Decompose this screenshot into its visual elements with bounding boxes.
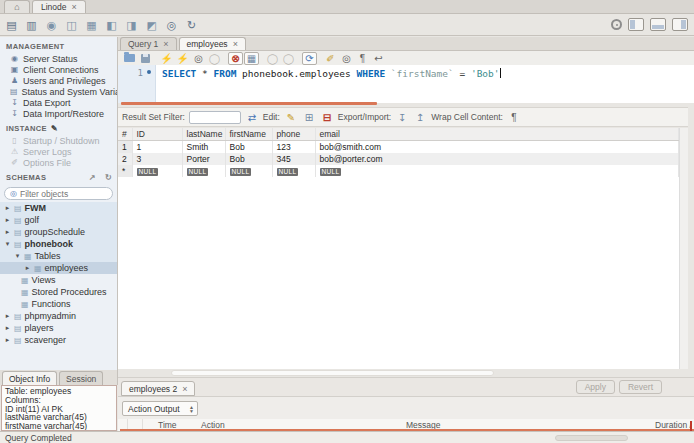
close-icon[interactable]: × [182, 384, 187, 394]
preferences-icon[interactable] [611, 19, 622, 30]
tree-item-stored-procedures[interactable]: ▦ Stored Procedures [0, 286, 117, 298]
delete-row-icon[interactable]: ⊟ [320, 111, 334, 124]
col-header-rownum[interactable]: # [118, 128, 132, 141]
sidebar-item-server-logs[interactable]: ⚠ Server Logs [0, 146, 117, 157]
schema-item-golf[interactable]: ▸ ▤ golf [0, 214, 117, 226]
tab-query-1[interactable]: Query 1 × [120, 37, 177, 50]
schema-filter-input[interactable] [20, 189, 105, 199]
show-invisibles-icon[interactable]: ¶ [355, 52, 370, 65]
null-badge[interactable]: NULL [277, 168, 299, 176]
execute-query-icon[interactable]: ⚡ [159, 52, 174, 65]
create-schema-icon[interactable]: ◫ [63, 18, 80, 33]
toggle-bottom-panel-button[interactable] [650, 18, 666, 31]
find-icon[interactable]: ◎ [339, 52, 354, 65]
sidebar-item-server-status[interactable]: ◉ Server Status [0, 53, 117, 64]
cell[interactable]: Porter [182, 153, 225, 165]
cell[interactable]: 1 [132, 141, 182, 154]
explain-plan-icon[interactable]: ◎ [191, 52, 206, 65]
close-icon[interactable]: × [163, 39, 168, 49]
schema-item-groupschedule[interactable]: ▸ ▤ groupSchedule [0, 226, 117, 238]
apply-button[interactable]: Apply [576, 380, 615, 394]
cell[interactable]: Bob [225, 153, 272, 165]
sidebar-item-data-import[interactable]: ↧ Data Import/Restore [0, 108, 117, 119]
col-header-lastname[interactable]: lastName [182, 128, 225, 141]
col-header-firstname[interactable]: firstName [225, 128, 272, 141]
null-badge[interactable]: NULL [230, 168, 252, 176]
wrap-text-icon[interactable]: ↩ [371, 52, 386, 65]
grid-horizontal-scrollbar[interactable] [171, 370, 494, 376]
create-procedure-icon[interactable]: ◨ [123, 18, 140, 33]
search-table-data-icon[interactable]: ◎ [163, 18, 180, 33]
new-sql-tab-icon[interactable]: ▤ [3, 18, 20, 33]
connection-tab-linode[interactable]: Linode × [32, 0, 86, 13]
chevron-right-icon[interactable]: ▸ [4, 216, 11, 224]
col-header-id[interactable]: ID [132, 128, 182, 141]
chevron-right-icon[interactable]: ▸ [24, 264, 31, 272]
table-row[interactable]: 2 3 Porter Bob 345 bob@porter.com [118, 153, 679, 165]
sidebar-item-status-system-variables[interactable]: ▤ Status and System Variables [0, 86, 117, 97]
sql-editor[interactable]: 1 SELECT * FROM phonebook.employees WHER… [118, 65, 694, 103]
create-function-icon[interactable]: ◩ [143, 18, 160, 33]
create-view-icon[interactable]: ◧ [103, 18, 120, 33]
export-recordset-icon[interactable]: ↧ [395, 111, 409, 124]
output-selector[interactable]: Action Output ▲▼ [122, 401, 198, 416]
autocommit-toggle-icon[interactable]: ⟳ [302, 52, 317, 65]
tab-session[interactable]: Session [59, 371, 103, 385]
revert-button[interactable]: Revert [619, 380, 662, 394]
commit-icon[interactable]: ◯ [265, 52, 280, 65]
tab-employees[interactable]: employees × [179, 37, 246, 50]
create-table-icon[interactable]: ▦ [83, 18, 100, 33]
close-icon[interactable]: × [233, 39, 238, 49]
col-header-email[interactable]: email [315, 128, 679, 141]
table-row[interactable]: 1 1 Smith Bob 123 bob@smith.com [118, 141, 679, 154]
sidebar-item-data-export[interactable]: ↧ Data Export [0, 97, 117, 108]
chevron-right-icon[interactable]: ▸ [4, 336, 11, 344]
chevron-right-icon[interactable]: ▸ [4, 204, 11, 212]
toggle-right-sidebar-button[interactable] [672, 18, 688, 31]
cell[interactable]: 123 [272, 141, 315, 154]
close-icon[interactable]: × [72, 2, 77, 12]
grid-vertical-scrollbar[interactable] [679, 128, 688, 369]
cell[interactable]: bob@smith.com [315, 141, 679, 154]
chevron-right-icon[interactable]: ▸ [4, 312, 11, 320]
schema-item-phpmyadmin[interactable]: ▸ ▤ phpmyadmin [0, 310, 117, 322]
stop-on-error-toggle-icon[interactable]: ⊗ [228, 52, 243, 65]
import-records-icon[interactable]: ↥ [413, 111, 427, 124]
open-sql-script-icon[interactable]: ▥ [23, 18, 40, 33]
col-header-phone[interactable]: phone [272, 128, 315, 141]
refresh-grid-icon[interactable]: ⇄ [245, 111, 259, 124]
tab-employees-2[interactable]: employees 2 × [121, 381, 195, 396]
schema-item-phonebook[interactable]: ▾ ▤ phonebook [0, 238, 117, 250]
execute-current-statement-icon[interactable]: ⚡ [175, 52, 190, 65]
schemas-expand-icon[interactable]: ↗ [89, 173, 96, 182]
tree-item-functions[interactable]: ▦ Functions [0, 298, 117, 310]
save-script-icon[interactable] [138, 52, 153, 65]
wrap-cell-content-icon[interactable]: ¶ [507, 111, 521, 124]
cell[interactable]: Smith [182, 141, 225, 154]
stop-query-icon[interactable]: ◯ [207, 52, 222, 65]
sidebar-item-startup-shutdown[interactable]: ▯ Startup / Shutdown [0, 135, 117, 146]
edit-record-icon[interactable]: ✎ [284, 111, 298, 124]
tree-item-employees[interactable]: ▸ ▦ employees [0, 262, 117, 274]
reconnect-dbms-icon[interactable]: ↻ [183, 18, 200, 33]
toggle-left-sidebar-button[interactable] [628, 18, 644, 31]
limit-rows-toggle-icon[interactable]: ▦ [244, 52, 259, 65]
beautify-script-icon[interactable]: ✐ [323, 52, 338, 65]
new-row-placeholder[interactable]: * NULL NULL NULL NULL NULL [118, 165, 679, 177]
schemas-refresh-icon[interactable]: ↻ [105, 173, 112, 182]
tree-item-views[interactable]: ▦ Views [0, 274, 117, 286]
cell[interactable]: 345 [272, 153, 315, 165]
inspector-icon[interactable]: ◉ [43, 18, 60, 33]
cell[interactable]: Bob [225, 141, 272, 154]
tree-item-tables[interactable]: ▾ ▦ Tables [0, 250, 117, 262]
schema-item-fwm[interactable]: ▸ ▤ FWM [0, 202, 117, 214]
home-tab[interactable]: ⌂ [4, 0, 30, 13]
schema-item-players[interactable]: ▸ ▤ players [0, 322, 117, 334]
tab-object-info[interactable]: Object Info [2, 371, 57, 385]
chevron-right-icon[interactable]: ▸ [4, 228, 11, 236]
open-script-icon[interactable] [122, 52, 137, 65]
chevron-down-icon[interactable]: ▾ [14, 252, 21, 260]
add-row-icon[interactable]: ⊞ [302, 111, 316, 124]
chevron-down-icon[interactable]: ▾ [4, 240, 11, 248]
rollback-icon[interactable]: ◯ [281, 52, 296, 65]
